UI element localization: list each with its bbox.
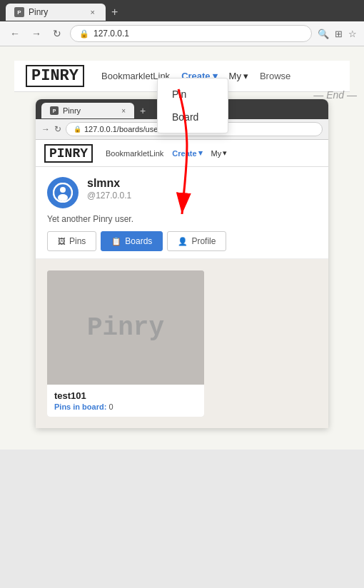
boards-tab-icon: 📋: [111, 237, 121, 246]
avatar-icon: [53, 183, 73, 203]
board-thumbnail: Pinry: [47, 270, 204, 385]
user-info: slmnx @127.0.0.1: [87, 177, 317, 201]
pins-tab-icon: 🖼: [58, 237, 66, 245]
inner-page-content: PINRY BookmarkletLink Create ▾ My ▾: [36, 140, 328, 428]
inner-my-arrow-icon: ▾: [223, 148, 227, 158]
my-arrow-icon: ▾: [243, 71, 248, 81]
inner-refresh-button[interactable]: ↻: [54, 124, 61, 134]
new-tab-button[interactable]: +: [106, 3, 123, 21]
inner-tab-close[interactable]: ×: [121, 107, 126, 115]
inner-lock-icon: 🔒: [74, 126, 81, 133]
user-bio: Yet another Pinry user.: [47, 214, 317, 224]
board-title: test101: [54, 390, 197, 401]
inner-active-tab[interactable]: P Pinry ×: [41, 103, 134, 118]
profile-tab-label: Profile: [191, 236, 216, 246]
back-button[interactable]: ←: [7, 26, 23, 41]
board-content-area: Pinry test101 Pins in board: 0: [36, 259, 328, 428]
address-text: 127.0.0.1: [93, 29, 129, 39]
inner-my-dropdown[interactable]: My ▾: [207, 148, 232, 158]
main-page: PINRY BookmarkletLink Create ▾ My ▾ Brow…: [0, 46, 364, 450]
inner-create-dropdown[interactable]: Create ▾: [168, 148, 206, 158]
pins-label: Pins in board:: [54, 402, 106, 411]
board-card[interactable]: Pinry test101 Pins in board: 0: [47, 270, 204, 417]
profile-tabs: 🖼 Pins 📋 Boards 👤 Profile: [47, 231, 317, 251]
board-pins-count: Pins in board: 0: [54, 402, 197, 411]
user-header: slmnx @127.0.0.1: [47, 177, 317, 208]
lock-icon: 🔒: [79, 29, 89, 39]
tab-favicon: P: [14, 7, 24, 17]
board-info: test101 Pins in board: 0: [47, 385, 204, 417]
inner-bookmarklet-link[interactable]: BookmarkletLink: [101, 149, 168, 158]
inner-logo: PINRY: [44, 144, 93, 163]
svg-point-3: [58, 194, 68, 201]
toolbar-icons: 🔍 ⊞ ☆: [318, 29, 357, 39]
inner-my-label: My: [211, 149, 222, 158]
refresh-button[interactable]: ↻: [50, 26, 64, 41]
profile-tab-icon: 👤: [178, 237, 188, 246]
tab-title: Pinry: [29, 7, 48, 17]
user-avatar: [47, 177, 79, 208]
inner-main-nav: PINRY BookmarkletLink Create ▾ My ▾: [36, 140, 328, 167]
forward-button[interactable]: →: [29, 26, 44, 41]
inner-create-arrow-icon: ▾: [198, 148, 203, 158]
star-icon[interactable]: ☆: [348, 29, 357, 39]
inner-browser-window: P Pinry × + → ↻ 🔒 127.0.0.1/boards/users…: [36, 99, 328, 428]
pins-count-value: 0: [108, 402, 113, 411]
tab-boards[interactable]: 📋 Boards: [101, 231, 163, 251]
user-handle: @127.0.0.1: [87, 191, 317, 201]
my-label: My: [229, 71, 241, 81]
inner-create-label: Create: [172, 149, 196, 158]
browse-link[interactable]: Browse: [254, 71, 296, 81]
inner-tab-favicon: P: [50, 106, 59, 115]
create-board-item[interactable]: Board: [158, 106, 228, 128]
active-tab[interactable]: P Pinry ×: [6, 4, 106, 21]
logo-text: PINRY: [31, 67, 79, 85]
outer-browser-window: P Pinry × + ← → ↻ 🔒 127.0.0.1 🔍 ⊞ ☆ PINR…: [0, 0, 364, 450]
svg-point-2: [60, 187, 66, 193]
tab-profile[interactable]: 👤 Profile: [167, 231, 226, 251]
inner-tab-title: Pinry: [63, 106, 81, 115]
user-profile-section: slmnx @127.0.0.1 Yet another Pinry user.…: [36, 167, 328, 259]
grid-icon[interactable]: ⊞: [335, 29, 343, 39]
address-input[interactable]: 🔒 127.0.0.1: [70, 25, 312, 42]
inner-logo-text: PINRY: [49, 146, 88, 161]
search-icon[interactable]: 🔍: [318, 29, 329, 39]
tab-close-button[interactable]: ×: [89, 7, 97, 17]
create-dropdown-menu: Pin Board: [157, 78, 228, 133]
inner-forward-button[interactable]: →: [41, 124, 50, 134]
pins-tab-label: Pins: [69, 236, 86, 246]
username: slmnx: [87, 177, 317, 190]
inner-new-tab-button[interactable]: +: [134, 102, 151, 119]
main-logo: PINRY: [26, 65, 84, 87]
create-pin-item[interactable]: Pin: [158, 83, 228, 106]
board-thumbnail-text: Pinry: [87, 313, 164, 343]
tab-pins[interactable]: 🖼 Pins: [47, 231, 96, 251]
boards-tab-label: Boards: [125, 236, 152, 246]
tab-bar: P Pinry × +: [0, 0, 364, 21]
address-bar: ← → ↻ 🔒 127.0.0.1 🔍 ⊞ ☆: [0, 21, 364, 46]
